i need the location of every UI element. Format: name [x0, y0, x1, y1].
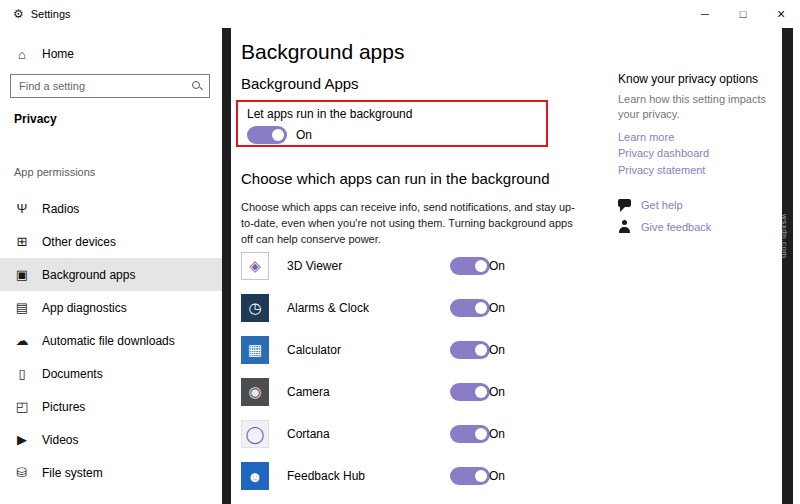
videos-icon: ▶ — [14, 432, 30, 447]
person-icon — [618, 220, 631, 233]
app-row-camera: ◉ Camera On — [241, 371, 571, 413]
sidebar-item-videos[interactable]: ▶ Videos — [0, 423, 222, 456]
sidebar-item-other-devices[interactable]: ⊞ Other devices — [0, 225, 222, 258]
home-icon: ⌂ — [14, 47, 30, 62]
app-name: Alarms & Clock — [287, 301, 369, 315]
cortana-toggle[interactable] — [450, 425, 490, 443]
sidebar-item-label: File system — [42, 466, 103, 480]
search-input[interactable] — [10, 74, 210, 98]
page-title: Background apps — [241, 40, 404, 64]
search-icon[interactable] — [192, 81, 203, 92]
sidebar-group-label: App permissions — [14, 166, 95, 178]
give-feedback-link[interactable]: Give feedback — [641, 221, 711, 233]
app-row-alarms-clock: ◷ Alarms & Clock On — [241, 287, 571, 329]
minimize-button[interactable]: ─ — [686, 0, 724, 28]
sidebar-nav-list: Ψ Radios ⊞ Other devices ▣ Background ap… — [0, 192, 222, 489]
maximize-button[interactable]: □ — [724, 0, 762, 28]
app-toggle-state: On — [489, 301, 505, 315]
app-diagnostics-icon: ▤ — [14, 300, 30, 315]
home-label: Home — [42, 47, 74, 61]
app-toggle-state: On — [489, 385, 505, 399]
sidebar-item-app-diagnostics[interactable]: ▤ App diagnostics — [0, 291, 222, 324]
titlebar-app-identity: ⚙ Settings — [13, 0, 71, 28]
settings-sidebar: ⌂ Home Privacy App permissions Ψ Radios … — [0, 28, 222, 504]
sidebar-section-title: Privacy — [14, 112, 57, 126]
app-row-cortana: ◯ Cortana On — [241, 413, 571, 455]
feedback-hub-app-icon: ☻ — [241, 462, 269, 490]
maximize-icon: □ — [740, 8, 747, 20]
minimize-icon: ─ — [701, 8, 709, 20]
3d-viewer-app-icon: ◈ — [241, 252, 269, 280]
feedback-hub-toggle[interactable] — [450, 467, 490, 485]
sidebar-item-label: Radios — [42, 202, 79, 216]
app-toggle-state: On — [489, 469, 505, 483]
get-help-row[interactable]: Get help — [618, 198, 780, 211]
chat-bubble-icon — [618, 198, 631, 211]
cortana-app-icon: ◯ — [241, 420, 269, 448]
pictures-icon: ◰ — [14, 399, 30, 414]
master-toggle[interactable] — [247, 126, 287, 144]
sidebar-item-label: Documents — [42, 367, 103, 381]
page-scrollbar[interactable] — [782, 28, 793, 504]
sidebar-content-divider — [222, 28, 231, 504]
close-button[interactable]: × — [762, 0, 800, 28]
calculator-app-icon: ▦ — [241, 336, 269, 364]
app-toggle-state: On — [489, 259, 505, 273]
camera-toggle[interactable] — [450, 383, 490, 401]
learn-more-link[interactable]: Learn more — [618, 129, 780, 146]
alarms-clock-toggle[interactable] — [450, 299, 490, 317]
cloud-download-icon: ☁ — [14, 333, 30, 348]
get-help-link[interactable]: Get help — [641, 199, 683, 211]
choose-apps-description: Choose which apps can receive info, send… — [241, 200, 586, 248]
app-name: Feedback Hub — [287, 469, 365, 483]
master-toggle-state: On — [296, 128, 312, 142]
master-toggle-label: Let apps run in the background — [247, 107, 537, 121]
alarms-clock-app-icon: ◷ — [241, 294, 269, 322]
give-feedback-row[interactable]: Give feedback — [618, 220, 780, 233]
watermark: wsxdn.com — [779, 214, 789, 266]
app-row-3d-viewer: ◈ 3D Viewer On — [241, 245, 571, 287]
app-row-feedback-hub: ☻ Feedback Hub On — [241, 455, 571, 497]
app-row-calculator: ▦ Calculator On — [241, 329, 571, 371]
privacy-options-description: Learn how this setting impacts your priv… — [618, 92, 776, 123]
3d-viewer-toggle[interactable] — [450, 257, 490, 275]
sidebar-item-label: Automatic file downloads — [42, 334, 175, 348]
sidebar-item-label: Other devices — [42, 235, 116, 249]
documents-icon: ▯ — [14, 366, 30, 381]
sidebar-item-label: Videos — [42, 433, 78, 447]
setting-search — [10, 74, 210, 98]
close-icon: × — [777, 6, 785, 22]
sidebar-item-background-apps[interactable]: ▣ Background apps — [0, 258, 222, 291]
other-devices-icon: ⊞ — [14, 234, 30, 249]
sidebar-item-pictures[interactable]: ◰ Pictures — [0, 390, 222, 423]
window-title: Settings — [31, 8, 71, 20]
sidebar-item-label: App diagnostics — [42, 301, 127, 315]
file-system-icon: ⛁ — [14, 465, 30, 480]
sidebar-item-label: Pictures — [42, 400, 85, 414]
sidebar-item-documents[interactable]: ▯ Documents — [0, 357, 222, 390]
app-name: Camera — [287, 385, 330, 399]
titlebar: ⚙ Settings ─ □ × — [0, 0, 800, 28]
background-apps-icon: ▣ — [14, 267, 30, 282]
sidebar-item-file-system[interactable]: ⛁ File system — [0, 456, 222, 489]
app-toggle-state: On — [489, 427, 505, 441]
sidebar-item-label: Background apps — [42, 268, 135, 282]
radios-icon: Ψ — [14, 201, 30, 216]
app-name: 3D Viewer — [287, 259, 342, 273]
app-toggle-state: On — [489, 343, 505, 357]
master-toggle-row: On — [247, 126, 537, 144]
privacy-statement-link[interactable]: Privacy statement — [618, 162, 780, 179]
sidebar-item-radios[interactable]: Ψ Radios — [0, 192, 222, 225]
sidebar-item-home[interactable]: ⌂ Home — [0, 38, 222, 70]
privacy-options-title: Know your privacy options — [618, 72, 780, 86]
background-apps-section-title: Background Apps — [241, 75, 359, 92]
app-list: ◈ 3D Viewer On ◷ Alarms & Clock On ▦ Cal… — [241, 245, 571, 497]
settings-gear-icon: ⚙ — [13, 7, 24, 21]
calculator-toggle[interactable] — [450, 341, 490, 359]
choose-apps-title: Choose which apps can run in the backgro… — [241, 170, 550, 187]
sidebar-item-automatic-file-downloads[interactable]: ☁ Automatic file downloads — [0, 324, 222, 357]
app-name: Calculator — [287, 343, 341, 357]
privacy-dashboard-link[interactable]: Privacy dashboard — [618, 145, 780, 162]
privacy-options-panel: Know your privacy options Learn how this… — [618, 72, 780, 233]
camera-app-icon: ◉ — [241, 378, 269, 406]
